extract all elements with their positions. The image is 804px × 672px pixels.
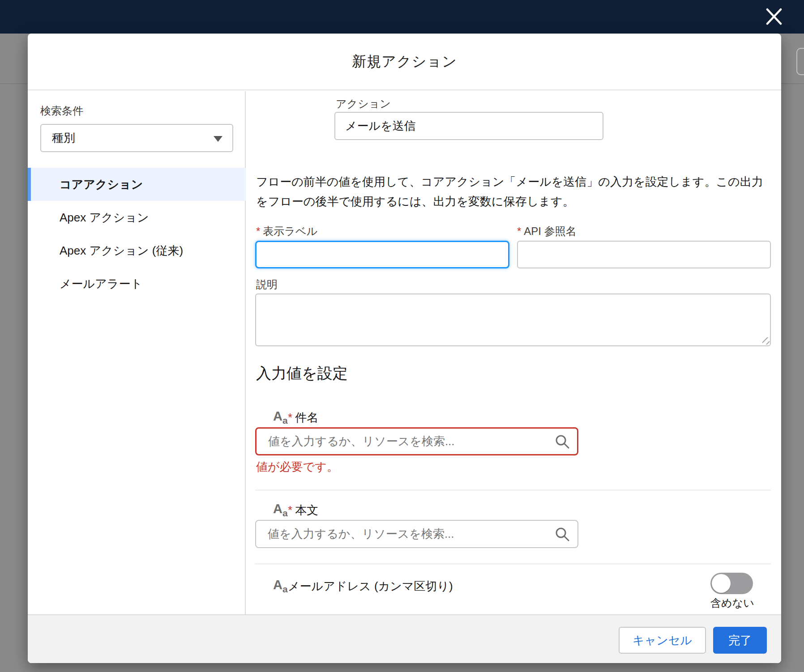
close-button[interactable]	[764, 6, 784, 27]
sidebar-item-label: Apex アクション	[60, 210, 149, 225]
display-label-input[interactable]	[255, 241, 509, 268]
action-filter-sidebar: 検索条件 種別 コアアクション Apex アクション Apex アクション (従…	[28, 91, 246, 614]
sidebar-item-apex-action[interactable]: Apex アクション	[28, 201, 246, 234]
body-param-label: *本文	[288, 502, 318, 518]
text-type-icon: Aa	[273, 409, 288, 426]
type-dropdown[interactable]: 種別	[40, 124, 233, 152]
api-name-input[interactable]	[517, 241, 771, 268]
sidebar-item-label: メールアラート	[60, 276, 142, 292]
background-input-fragment	[796, 48, 804, 75]
modal-top-bar	[0, 0, 804, 34]
toggle-state-label: 含めない	[710, 596, 754, 610]
param-divider	[255, 564, 771, 564]
sidebar-item-label: コアアクション	[60, 177, 143, 192]
modal-footer: キャンセル 完了	[28, 614, 781, 663]
background-page-divider-left	[0, 83, 28, 84]
modal-header: 新規アクション	[28, 34, 781, 90]
api-name-field-label: *API 参照名	[517, 224, 577, 238]
param-divider	[255, 490, 771, 490]
set-input-values-heading: 入力値を設定	[256, 363, 348, 384]
action-combobox[interactable]	[334, 112, 603, 140]
type-dropdown-value: 種別	[41, 130, 75, 146]
description-textarea[interactable]	[255, 293, 771, 346]
email-param-label: メールアドレス (カンマ区切り)	[288, 578, 453, 594]
action-category-list: コアアクション Apex アクション Apex アクション (従来) メールアラ…	[28, 168, 246, 300]
sidebar-item-core-action[interactable]: コアアクション	[28, 168, 246, 201]
background-page-divider-right	[781, 83, 804, 84]
required-asterisk: *	[517, 225, 521, 237]
filter-label: 検索条件	[40, 104, 83, 118]
sidebar-item-label: Apex アクション (従来)	[60, 243, 183, 259]
body-resource-input[interactable]	[255, 520, 578, 548]
sidebar-item-apex-action-legacy[interactable]: Apex アクション (従来)	[28, 234, 246, 267]
subject-param-label: *件名	[288, 410, 318, 425]
cancel-button[interactable]: キャンセル	[619, 627, 706, 654]
toggle-knob	[712, 574, 731, 593]
include-toggle[interactable]	[710, 573, 753, 594]
new-action-modal: 新規アクション 検索条件 種別 コアアクション Apex アクション Apex …	[28, 34, 781, 663]
triangle-down-icon	[214, 136, 222, 142]
done-button[interactable]: 完了	[713, 627, 767, 654]
text-type-icon: Aa	[273, 502, 288, 519]
modal-title: 新規アクション	[352, 52, 457, 72]
sidebar-item-email-alert[interactable]: メールアラート	[28, 267, 246, 300]
required-asterisk: *	[288, 411, 292, 424]
subject-resource-input[interactable]	[255, 427, 578, 455]
action-description-text: フローの前半の値を使用して、コアアクション「メールを送信」の入力を設定します。こ…	[256, 172, 766, 211]
required-asterisk: *	[256, 225, 260, 237]
subject-error-message: 値が必要です。	[256, 459, 338, 475]
close-icon	[766, 8, 783, 25]
display-label-field-label: *表示ラベル	[256, 224, 317, 238]
text-type-icon: Aa	[273, 578, 288, 595]
action-field-label: アクション	[336, 97, 391, 111]
required-asterisk: *	[288, 503, 292, 517]
modal-content: アクション フローの前半の値を使用して、コアアクション「メールを送信」の入力を設…	[247, 91, 781, 614]
search-icon[interactable]	[555, 527, 570, 542]
search-icon[interactable]	[555, 434, 570, 449]
description-field-label: 説明	[256, 277, 278, 292]
